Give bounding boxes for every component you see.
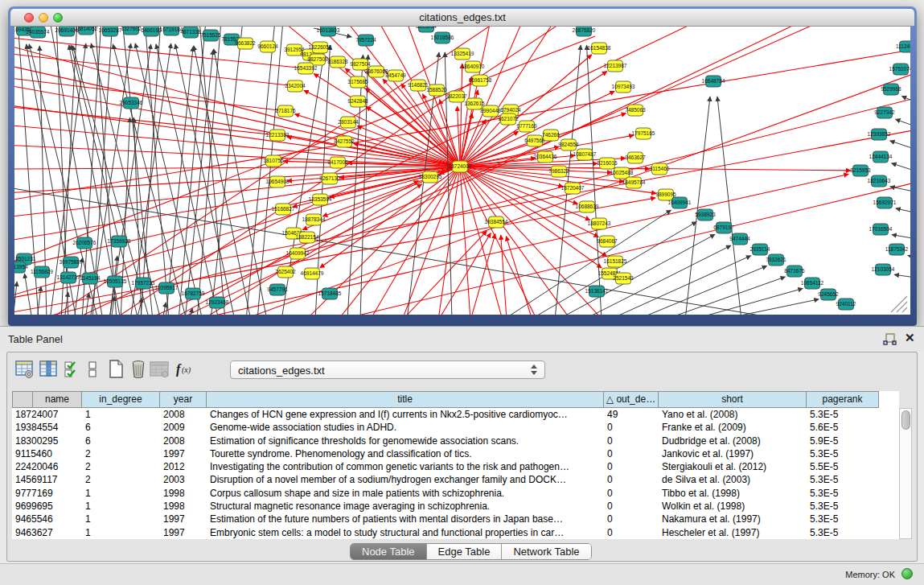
table-row[interactable]: 977716911998Corpus callosum shape and si… [12,487,899,500]
table-selector-dropdown[interactable]: citations_edges.txt [230,360,545,379]
graph-node[interactable]: 7515526 [200,30,221,41]
graph-node[interactable]: 10653287 [99,27,122,36]
network-window-titlebar[interactable]: citations_edges.txt [10,9,914,27]
graph-node[interactable]: 15692971 [873,197,897,208]
graph-node[interactable]: 24035574 [27,27,50,38]
select-rows-button[interactable] [64,360,81,379]
column-header-pagerank[interactable]: pagerank [807,391,879,408]
graph-node[interactable]: 8427552 [334,136,355,147]
table-settings-button[interactable] [15,360,35,379]
graph-node[interactable]: 9529968 [881,84,901,95]
graph-node[interactable]: 3175685 [347,76,368,88]
column-header-short[interactable]: short [659,391,807,408]
new-document-button[interactable] [107,360,126,379]
graph-node[interactable]: 1588520 [426,84,447,96]
graph-node[interactable]: 9660124 [257,41,278,52]
graph-node[interactable]: 18300295 [419,171,442,183]
graph-node[interactable]: 9115460 [650,163,670,175]
column-header-in_degree[interactable]: in_degree [82,391,160,408]
graph-node[interactable]: 9457791 [267,284,288,295]
table-row[interactable]: 1938455462009Genome-wide association stu… [12,421,899,434]
graph-node[interactable]: 18878344 [302,214,326,225]
graph-node[interactable]: 1810755 [263,155,284,167]
graph-node[interactable]: 2803144 [338,117,359,128]
graph-node[interactable]: 12103054 [872,264,895,275]
graph-node[interactable]: 9684067 [597,236,618,247]
graph-node[interactable]: 8471676 [784,266,805,277]
graph-node[interactable]: 8186328 [327,56,348,68]
graph-node[interactable]: 19218586 [431,32,454,43]
graph-node[interactable]: 9824554 [558,139,579,150]
graph-node[interactable]: 16154838 [588,43,611,54]
graph-node[interactable]: 18210643 [868,175,891,187]
tab-network-table[interactable]: Network Table [501,544,590,559]
graph-node[interactable]: 9777169 [516,121,537,132]
table-row[interactable]: 1456911722003Disruption of a novel membe… [12,473,899,486]
graph-node[interactable]: 15718485 [318,288,342,299]
graph-node[interactable]: 5938923 [695,209,716,220]
table-row[interactable]: 946554611997Estimation of the future num… [12,513,899,525]
graph-node[interactable]: 8454749 [385,70,406,81]
graph-node[interactable]: 9242848 [347,96,368,107]
graph-node[interactable]: 11124567 [896,41,910,52]
graph-node[interactable]: 3313954 [14,262,28,273]
graph-node[interactable]: 16013803 [317,27,340,36]
graph-node[interactable]: 4671338 [180,27,201,38]
graph-node[interactable]: 16648784 [702,76,725,87]
graph-node[interactable]: 2342004 [285,80,306,92]
graph-node[interactable]: 8215953 [850,165,871,176]
table-row[interactable]: 969969511998Structural magnetic resonanc… [12,500,899,513]
graph-node[interactable]: 16961758 [469,75,492,86]
delete-table-button[interactable] [129,360,149,379]
graph-node[interactable]: 2521543 [613,273,634,284]
close-panel-icon[interactable]: ✕ [905,331,915,345]
graph-node[interactable]: 16782759 [182,288,205,299]
graph-node[interactable]: 8267130 [319,173,340,184]
graph-node[interactable]: 7986322 [548,166,569,177]
graph-node[interactable]: 12213383 [266,130,290,141]
resize-grip-icon[interactable] [891,296,907,312]
graph-node[interactable]: 16151825 [604,256,627,267]
graph-node[interactable]: 20364436 [534,151,557,163]
graph-node[interactable]: 17016504 [869,224,893,235]
column-header-year[interactable]: year [160,391,207,408]
graph-node[interactable]: 9240112 [836,299,856,310]
memory-status-light[interactable] [901,568,913,579]
graph-node[interactable]: 2718176 [275,105,296,117]
graph-node[interactable]: 8813054 [416,27,437,32]
tab-edge-table[interactable]: Edge Table [426,544,502,559]
graph-node[interactable]: 20206576 [73,237,97,249]
graph-node[interactable]: 10654112 [801,278,824,289]
graph-node[interactable]: 1145194 [80,273,101,284]
table-row[interactable]: 946362711997Embryonic stem cells: a mode… [12,526,899,539]
network-canvas[interactable]: 1694355724035574206914061381405210653287… [14,27,910,315]
graph-node[interactable]: 1621072 [498,113,519,125]
function-builder-button[interactable]: f (x) [175,360,199,379]
graph-node[interactable]: 17975165 [632,128,655,139]
graph-node[interactable]: 18495784 [622,177,646,188]
graph-node[interactable]: 13814052 [75,27,98,35]
select-column-button[interactable] [39,360,59,379]
graph-node[interactable]: 12213987 [604,60,627,72]
graph-node[interactable]: 12923468 [206,297,229,308]
graph-node[interactable]: 15166827 [272,204,295,215]
float-panel-icon[interactable] [883,332,897,347]
graph-node[interactable]: 12505135 [104,276,127,287]
graph-node[interactable]: 12444134 [869,151,893,163]
table-row[interactable]: 911546021997Tourette syndrome. Phenomeno… [12,447,899,460]
graph-node[interactable]: 7625402 [275,266,296,278]
graph-node[interactable]: 19384554 [485,216,508,228]
graph-node[interactable]: 18640910 [462,61,485,72]
graph-node[interactable]: 7485063 [625,105,646,116]
graph-node[interactable]: 2935114 [750,244,770,255]
graph-node[interactable]: 9463627 [625,152,646,163]
graph-node[interactable]: 8216016 [597,158,618,169]
column-header-name[interactable]: name [33,391,82,408]
tab-node-table[interactable]: Node Table [351,544,426,559]
graph-node[interactable]: 9417006 [327,157,348,168]
graph-node[interactable]: 16409941 [668,197,692,208]
graph-node[interactable]: 746266 [542,130,560,141]
graph-node[interactable]: 9146821 [408,80,429,91]
graph-node[interactable]: 11875342 [885,244,909,255]
column-header-△ out_de…[interactable]: △ out_de… [604,391,659,408]
